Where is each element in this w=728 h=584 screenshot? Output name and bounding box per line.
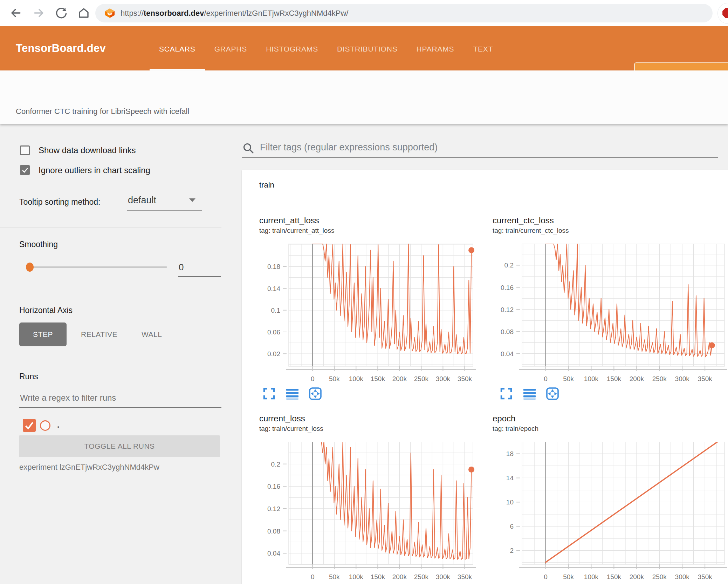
svg-text:0.14: 0.14 [267, 285, 280, 292]
svg-text:200k: 200k [392, 375, 407, 382]
svg-text:0.08: 0.08 [267, 528, 280, 535]
tag-filter-field [242, 140, 718, 158]
home-icon[interactable] [77, 6, 90, 20]
fullscreen-icon[interactable] [499, 387, 513, 401]
svg-text:0.04: 0.04 [267, 550, 280, 557]
chart-epoch[interactable]: epoch tag: train/epoch 050k100k150k200k2… [478, 414, 728, 433]
tab-text[interactable]: TEXT [463, 26, 502, 70]
chart-current-ctc-loss[interactable]: current_ctc_loss tag: train/current_ctc_… [478, 216, 728, 235]
runs-filter-underline [19, 407, 221, 408]
tag-filter-input[interactable] [259, 142, 713, 153]
tab-hparams[interactable]: HPARAMS [407, 26, 464, 70]
chart-tag: tag: train/current_att_loss [259, 227, 476, 235]
chart-current-loss[interactable]: current_loss tag: train/current_loss 050… [259, 414, 476, 433]
divider [0, 362, 221, 362]
smoothing-label: Smoothing [19, 240, 58, 249]
chart-plot[interactable]: 050k100k150k200k250k300k350k0.040.080.12… [478, 244, 728, 384]
axis-step-button[interactable]: STEP [19, 322, 67, 346]
svg-text:0.16: 0.16 [267, 483, 280, 490]
dropdown-underline [127, 210, 202, 211]
chart-current-att-loss[interactable]: current_att_loss tag: train/current_att_… [259, 216, 476, 235]
chart-tag: tag: train/epoch [493, 425, 728, 433]
run-checkbox[interactable] [23, 419, 36, 432]
svg-text:250k: 250k [414, 375, 429, 382]
fullscreen-icon[interactable] [262, 387, 276, 401]
svg-text:350k: 350k [458, 573, 472, 580]
svg-text:0: 0 [544, 573, 548, 580]
chart-tag: tag: train/current_ctc_loss [493, 227, 728, 235]
svg-text:18: 18 [506, 450, 514, 457]
axis-relative-button[interactable]: RELATIVE [79, 322, 119, 346]
svg-text:50k: 50k [563, 573, 574, 580]
fit-domain-icon[interactable] [545, 387, 559, 401]
svg-text:0.12: 0.12 [267, 505, 280, 512]
show-download-links-checkbox[interactable] [20, 145, 30, 155]
svg-text:50k: 50k [329, 375, 340, 382]
reload-icon[interactable] [55, 6, 68, 20]
log-scale-lines-icon[interactable] [285, 387, 299, 401]
chart-plot[interactable]: 050k100k150k200k250k300k350k26101418 [478, 442, 728, 582]
svg-text:100k: 100k [349, 375, 364, 382]
experiment-bar: Conformer CTC training for LibriSpeech w… [0, 70, 728, 124]
back-icon[interactable] [9, 6, 22, 20]
svg-text:0: 0 [311, 573, 315, 580]
fit-domain-icon[interactable] [308, 387, 322, 401]
svg-text:2: 2 [510, 547, 514, 554]
svg-text:350k: 350k [698, 573, 713, 580]
svg-text:0.2: 0.2 [271, 461, 280, 468]
svg-text:0.04: 0.04 [501, 350, 514, 358]
svg-text:100k: 100k [349, 573, 364, 580]
svg-text:0.08: 0.08 [501, 328, 514, 335]
tab-histograms[interactable]: HISTOGRAMS [256, 26, 328, 70]
divider [0, 228, 221, 228]
svg-text:200k: 200k [630, 573, 644, 580]
ignore-outliers-checkbox[interactable] [20, 165, 30, 175]
chart-plot[interactable]: 050k100k150k200k250k300k350k0.040.080.12… [259, 442, 476, 582]
tab-graphs[interactable]: GRAPHS [205, 26, 257, 70]
log-scale-lines-icon[interactable] [522, 387, 536, 401]
horizontal-axis-label: Horizontal Axis [19, 306, 73, 315]
smoothing-value-input[interactable] [178, 262, 221, 273]
runs-label: Runs [19, 372, 38, 381]
chart-toolbar [262, 387, 322, 401]
forward-icon[interactable] [32, 6, 46, 20]
chevron-down-icon[interactable] [189, 198, 195, 202]
svg-text:10: 10 [506, 498, 514, 506]
tensorboard-favicon-icon [104, 8, 115, 19]
red-octagon-icon [722, 7, 728, 19]
ignore-outliers-label: Ignore outliers in chart scaling [39, 165, 150, 175]
run-name: . [57, 420, 60, 430]
brand-title: TensorBoard.dev [16, 26, 106, 70]
svg-text:0.18: 0.18 [267, 263, 280, 270]
tab-distributions[interactable]: DISTRIBUTIONS [328, 26, 407, 70]
chart-tag: tag: train/current_loss [259, 425, 476, 433]
tooltip-sorting-select[interactable]: default [128, 195, 156, 206]
experiment-note: experiment lzGnETjwRxC3yghNMd4kPw [19, 463, 159, 472]
check-icon [21, 166, 29, 174]
toggle-all-runs-button[interactable]: TOGGLE ALL RUNS [19, 435, 220, 457]
smoothing-slider[interactable] [30, 266, 167, 268]
svg-text:14: 14 [506, 474, 514, 482]
svg-text:250k: 250k [414, 573, 429, 580]
svg-text:0.16: 0.16 [501, 284, 514, 291]
extension-avatar[interactable] [717, 3, 728, 24]
svg-text:0.12: 0.12 [501, 306, 514, 313]
smoothing-slider-knob[interactable] [26, 263, 34, 272]
axis-wall-button[interactable]: WALL [139, 322, 164, 346]
runs-filter-input[interactable] [19, 393, 217, 403]
divider [0, 295, 221, 295]
check-icon [23, 419, 36, 432]
svg-text:200k: 200k [630, 375, 644, 382]
svg-text:300k: 300k [436, 573, 451, 580]
chart-title: current_ctc_loss [493, 216, 728, 225]
run-color-swatch[interactable] [40, 420, 50, 431]
search-icon [242, 142, 254, 154]
url-text: https://tensorboard.dev/experiment/lzGnE… [121, 4, 348, 22]
tab-scalars[interactable]: SCALARS [150, 26, 205, 70]
svg-text:0.02: 0.02 [267, 350, 280, 358]
svg-text:0.1: 0.1 [271, 307, 280, 314]
address-bar[interactable]: https://tensorboard.dev/experiment/lzGnE… [95, 4, 713, 22]
chart-plot[interactable]: 050k100k150k200k250k300k350k0.020.060.10… [259, 244, 476, 384]
train-section-header[interactable]: train [242, 170, 728, 201]
svg-text:100k: 100k [584, 573, 599, 580]
